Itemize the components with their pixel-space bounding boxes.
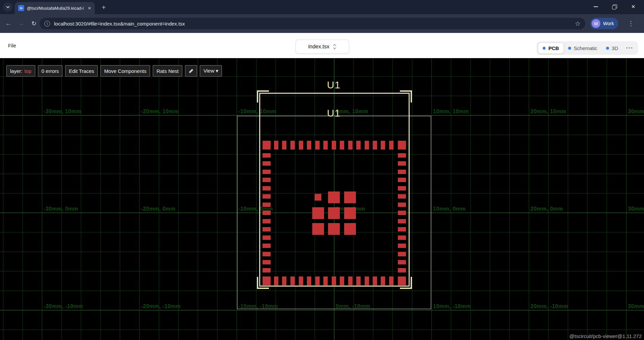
grid-label: 30mm, 10mm bbox=[628, 108, 644, 115]
smd-pad bbox=[282, 277, 286, 285]
smd-pad bbox=[323, 277, 328, 285]
smd-pad bbox=[315, 141, 320, 150]
url-text[interactable]: localhost:3020/#file=index.tsx&main_comp… bbox=[54, 21, 571, 27]
smd-pad bbox=[312, 207, 324, 219]
profile-button[interactable]: M Work bbox=[590, 18, 618, 29]
smd-pad bbox=[263, 211, 271, 215]
smd-pad bbox=[348, 141, 353, 150]
grid-line bbox=[529, 58, 529, 340]
smd-pad bbox=[307, 277, 311, 285]
grid-line bbox=[22, 58, 23, 340]
browser-menu-button[interactable]: ⋮ bbox=[625, 14, 637, 33]
smd-pad bbox=[299, 141, 303, 150]
smd-pad bbox=[328, 223, 340, 235]
smd-pad bbox=[312, 223, 324, 235]
smd-pad bbox=[263, 277, 271, 285]
smd-pad bbox=[263, 186, 271, 190]
grid-label: -30mm, 0mm bbox=[44, 206, 78, 212]
rats-nest-button[interactable]: Rats Nest bbox=[153, 65, 182, 77]
smd-pad bbox=[263, 161, 271, 166]
smd-pad bbox=[348, 277, 353, 285]
smd-pad bbox=[340, 277, 344, 285]
window-restore-button[interactable] bbox=[605, 0, 624, 13]
grid-line bbox=[490, 58, 490, 340]
smd-pad bbox=[263, 153, 271, 158]
site-info-icon[interactable]: i bbox=[44, 21, 50, 27]
view-menu-button[interactable]: View ▾ bbox=[200, 65, 222, 77]
smd-pad bbox=[398, 141, 406, 150]
smd-pad bbox=[356, 141, 361, 150]
smd-pad bbox=[344, 223, 356, 235]
grid-label: 20mm, -10mm bbox=[531, 303, 568, 309]
more-views-button[interactable]: ··· bbox=[623, 44, 637, 52]
back-button[interactable]: ← bbox=[2, 14, 15, 33]
close-icon: ✕ bbox=[631, 4, 636, 10]
smd-pad bbox=[274, 277, 278, 285]
smd-pad bbox=[398, 178, 406, 182]
app-header: File index.tsx PCB Schematic 3D ··· bbox=[0, 33, 644, 58]
new-tab-button[interactable]: + bbox=[99, 3, 108, 12]
tab-3d-label: 3D bbox=[612, 45, 618, 51]
grid-line bbox=[178, 58, 179, 340]
grid-label: 30mm, 0mm bbox=[628, 206, 644, 212]
grid-line bbox=[139, 58, 140, 340]
reload-button[interactable]: ↻ bbox=[28, 14, 40, 33]
silkscreen-corner-bracket bbox=[257, 90, 269, 102]
grid-line bbox=[509, 58, 510, 340]
edit-traces-button[interactable]: Edit Traces bbox=[65, 65, 98, 77]
tab-title: @tsci/MustafaMulla29.kicad-lib bbox=[27, 6, 84, 11]
profile-name: Work bbox=[603, 21, 614, 26]
window-close-button[interactable]: ✕ bbox=[624, 0, 643, 13]
tab-close-icon[interactable]: ✕ bbox=[86, 6, 91, 11]
grid-line bbox=[61, 58, 62, 340]
blue-dot-icon bbox=[543, 47, 546, 50]
grid-line bbox=[3, 58, 3, 340]
grid-label: -30mm, -10mm bbox=[44, 303, 83, 309]
smd-pad bbox=[398, 211, 406, 215]
smd-pad bbox=[398, 203, 406, 207]
grid-label: 10mm, -10mm bbox=[433, 303, 471, 309]
smd-pad bbox=[356, 277, 361, 285]
tab-pcb[interactable]: PCB bbox=[538, 43, 564, 54]
tab-search-button[interactable] bbox=[3, 2, 12, 12]
grid-label: 30mm, -10mm bbox=[628, 303, 644, 309]
grid-line bbox=[159, 58, 159, 340]
smd-pad bbox=[263, 141, 271, 150]
smd-pad bbox=[389, 277, 394, 285]
browser-tab[interactable]: ts @tsci/MustafaMulla29.kicad-lib ✕ bbox=[15, 2, 95, 14]
move-components-button[interactable]: Move Components bbox=[100, 65, 150, 77]
tscircuit-favicon-icon: ts bbox=[18, 5, 24, 11]
smd-pad bbox=[381, 141, 385, 150]
grid-line bbox=[120, 58, 120, 340]
grid-line bbox=[548, 58, 549, 340]
bookmark-star-icon[interactable]: ☆ bbox=[575, 20, 581, 28]
grid-line bbox=[81, 58, 81, 340]
file-menu[interactable]: File bbox=[8, 43, 16, 48]
grid-line bbox=[568, 58, 568, 340]
smd-pad bbox=[398, 161, 406, 166]
pcb-canvas[interactable]: layer: top 0 errors Edit Traces Move Com… bbox=[0, 58, 644, 340]
grid-line bbox=[0, 310, 644, 310]
smd-pad bbox=[263, 203, 271, 207]
tab-schematic[interactable]: Schematic bbox=[564, 41, 602, 55]
forward-button[interactable]: → bbox=[15, 14, 28, 33]
grid-line bbox=[451, 58, 451, 340]
pencil-tool-button[interactable] bbox=[185, 65, 197, 77]
address-bar[interactable]: i localhost:3020/#file=index.tsx&main_co… bbox=[40, 18, 585, 29]
smd-pad bbox=[332, 141, 336, 150]
smd-pad bbox=[263, 194, 271, 199]
layer-button[interactable]: layer: top bbox=[6, 65, 35, 77]
smd-pad bbox=[263, 244, 271, 248]
errors-button[interactable]: 0 errors bbox=[38, 65, 63, 77]
smd-pad bbox=[315, 277, 320, 285]
smd-pad bbox=[263, 227, 271, 231]
tab-schematic-label: Schematic bbox=[574, 45, 597, 51]
viewer-version-label: @tscircuit/pcb-viewer@1.11.272 bbox=[569, 333, 642, 339]
window-minimize-button[interactable] bbox=[586, 0, 605, 13]
file-select[interactable]: index.tsx bbox=[295, 40, 349, 54]
grid-line bbox=[607, 58, 607, 340]
tab-3d[interactable]: 3D bbox=[602, 41, 623, 55]
layer-label: layer: bbox=[10, 68, 22, 74]
blue-dot-icon bbox=[568, 47, 571, 50]
smd-pad bbox=[323, 141, 328, 150]
